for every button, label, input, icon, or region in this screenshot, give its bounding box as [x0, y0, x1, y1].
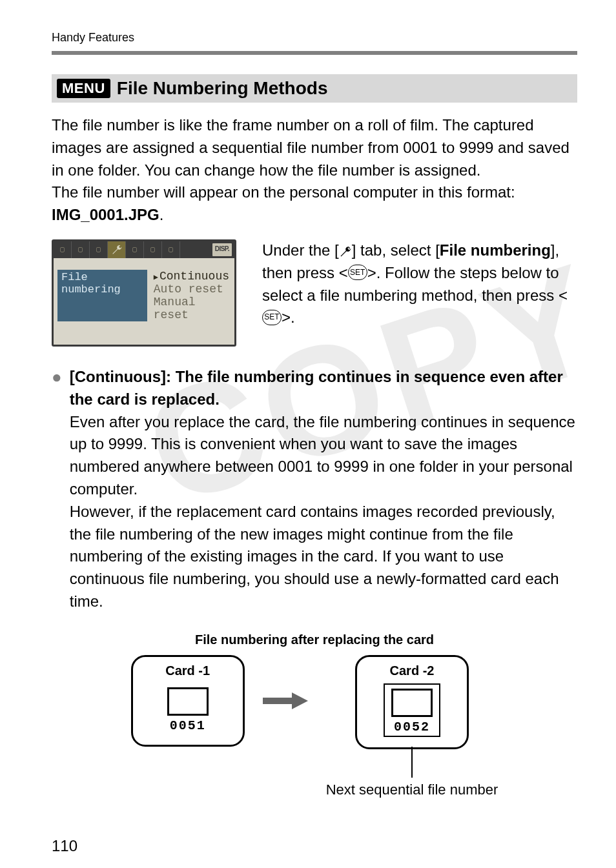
card-1-number: 0051: [170, 718, 206, 733]
intro-paragraph: The file number is like the frame number…: [52, 114, 577, 227]
lcd-tab-icon: ▢: [54, 241, 72, 258]
set-button-icon: SET: [262, 310, 282, 325]
instr-file-numbering: File numbering: [440, 241, 551, 259]
lcd-tab-icon: ▢: [144, 241, 162, 258]
card-1-label: Card -1: [165, 663, 210, 678]
wrench-icon: [111, 244, 123, 256]
frame-icon: [391, 689, 433, 717]
card-2-label: Card -2: [390, 663, 435, 678]
screenshot-and-text-row: ▢ ▢ ▢ ▢ ▢ ▢ DISP. File nu: [52, 239, 577, 347]
lcd-option-manual-reset: Manual reset: [152, 296, 231, 321]
card-1: Card -1 0051: [131, 655, 245, 747]
lcd-tab-icon: ▢: [126, 241, 144, 258]
lcd-tab-icon: ▢: [162, 241, 180, 258]
menu-badge: MENU: [57, 79, 110, 98]
lcd-tab-icon: ▢: [90, 241, 108, 258]
lcd-option-continuous: Continuous: [152, 270, 231, 283]
intro-period: .: [159, 206, 164, 223]
lcd-tab-active-wrench-icon: [108, 241, 126, 258]
intro-filename: IMG_0001.JPG: [52, 206, 159, 223]
intro-line2: The file number will appear on the perso…: [52, 183, 515, 201]
lcd-body: File numbering Continuous Auto reset Man…: [54, 258, 234, 345]
svg-point-0: [349, 247, 350, 248]
leader-line: [411, 747, 413, 778]
wrench-icon: [339, 245, 352, 258]
instr-t6: >.: [282, 308, 295, 326]
bullet-p2: However, if the replacement card contain…: [70, 501, 577, 613]
instruction-text: Under the [] tab, select [File numbering…: [262, 239, 577, 329]
camera-lcd-mock: ▢ ▢ ▢ ▢ ▢ ▢ DISP. File nu: [52, 239, 236, 347]
arrow-icon: [263, 691, 308, 711]
lcd-tab-bar: ▢ ▢ ▢ ▢ ▢ ▢ DISP.: [54, 241, 234, 258]
lcd-menu-item: File numbering: [57, 270, 147, 321]
bullet-title: [Continuous]: The file numbering continu…: [70, 366, 577, 411]
svg-marker-1: [263, 692, 308, 709]
intro-line1: The file number is like the frame number…: [52, 116, 570, 179]
bullet-p1: Even after you replace the card, the fil…: [70, 411, 577, 501]
instr-t2: ] tab, select [: [352, 241, 440, 259]
diagram-caption: Next sequential file number: [326, 782, 498, 798]
running-head: Handy Features: [52, 31, 577, 45]
diagram: Card -1 0051 Card -2 0052: [52, 655, 577, 798]
page-number: 110: [52, 837, 577, 855]
lcd-disp-badge: DISP.: [212, 243, 232, 256]
header-rule: [52, 51, 577, 55]
frame-icon: [167, 687, 209, 716]
diagram-title: File numbering after replacing the card: [52, 632, 577, 647]
lcd-options: Continuous Auto reset Manual reset: [152, 270, 231, 321]
instr-t1: Under the [: [262, 241, 339, 259]
bullet-dot-icon: ●: [52, 367, 62, 613]
set-button-icon: SET: [348, 265, 367, 280]
lcd-option-auto-reset: Auto reset: [152, 283, 231, 296]
section-heading: File Numbering Methods: [117, 78, 328, 99]
lcd-tab-icon: ▢: [72, 241, 90, 258]
card-2-number: 0052: [394, 720, 430, 734]
bullet-block: ● [Continuous]: The file numbering conti…: [52, 366, 577, 613]
card-2: Card -2 0052: [355, 655, 469, 749]
section-heading-row: MENU File Numbering Methods: [52, 74, 577, 103]
